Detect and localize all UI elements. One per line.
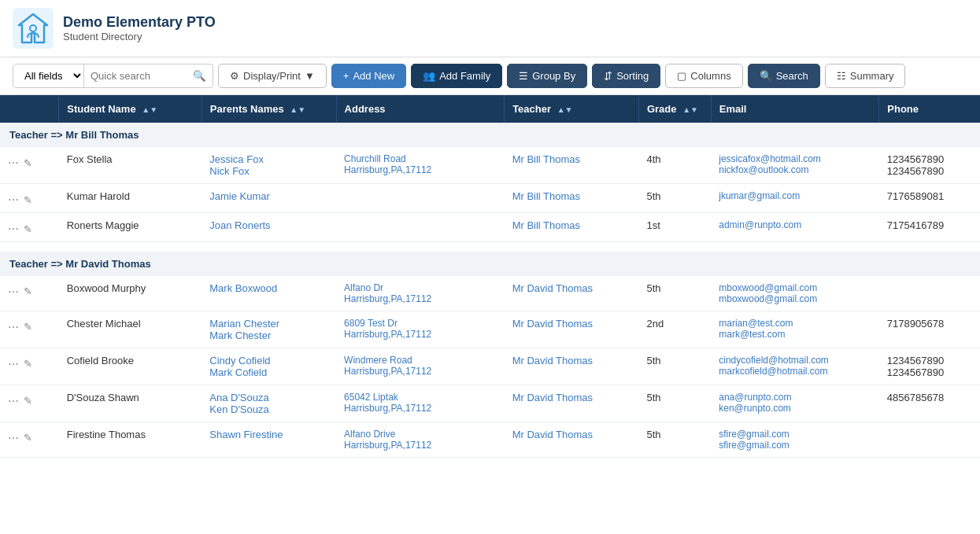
table-row: ⋯ ✎ Kumar HaroldJamie KumarMr Bill Thoma… <box>0 184 980 213</box>
summary-icon: ☷ <box>837 70 846 82</box>
more-actions-button[interactable]: ⋯ <box>8 358 19 370</box>
student-name: Fox Stella <box>67 153 113 165</box>
group-by-button[interactable]: ☰ Group By <box>507 64 587 88</box>
table-row: ⋯ ✎ Boxwood MurphyMark BoxwoodAlfano DrH… <box>0 276 980 311</box>
address-line2: Harrisburg,PA,17112 <box>344 164 497 175</box>
layers-icon: ☰ <box>519 70 528 82</box>
search-button[interactable]: 🔍 Search <box>748 64 820 88</box>
app-title-block: Demo Elementary PTO Student Directory <box>63 14 216 42</box>
more-actions-button[interactable]: ⋯ <box>8 285 19 298</box>
parents-cell: Mark Boxwood <box>202 276 336 311</box>
edit-button[interactable]: ✎ <box>24 285 32 297</box>
summary-button[interactable]: ☷ Summary <box>825 64 906 88</box>
action-cell: ⋯ ✎ <box>0 213 59 242</box>
email-cell: mboxwood@gmail.commboxwood@gmail.com <box>711 276 879 311</box>
more-actions-button[interactable]: ⋯ <box>8 193 19 206</box>
more-actions-button[interactable]: ⋯ <box>8 157 19 169</box>
email-value[interactable]: sfire@gmail.com <box>719 429 871 440</box>
email-value[interactable]: nickfox@outlook.com <box>719 164 871 175</box>
student-name: Chester Michael <box>67 318 141 330</box>
email-value[interactable]: ken@runpto.com <box>719 403 871 414</box>
email-value[interactable]: cindycofield@hotmail.com <box>719 355 871 366</box>
col-header-student[interactable]: Student Name ▲▼ <box>59 95 202 123</box>
more-actions-button[interactable]: ⋯ <box>8 321 19 333</box>
sorting-button[interactable]: ⇵ Sorting <box>592 64 660 88</box>
email-value[interactable]: markcofield@hotmail.com <box>719 366 871 377</box>
app-subtitle: Student Directory <box>63 31 216 42</box>
phone-value: 7175416789 <box>887 219 972 231</box>
edit-button[interactable]: ✎ <box>24 321 32 333</box>
plus-icon: + <box>343 70 349 82</box>
email-value[interactable]: sfire@gmail.com <box>719 440 871 451</box>
parents-cell: Jessica FoxNick Fox <box>202 147 336 184</box>
toolbar: All fields 🔍 ⚙ Display/Print ▼ + Add New… <box>0 57 980 95</box>
teacher-name: Mr David Thomas <box>512 429 593 440</box>
grade-value: 5th <box>646 429 660 440</box>
student-name-cell: Fox Stella <box>59 147 202 184</box>
sort-icon-parents: ▲▼ <box>290 105 305 114</box>
teacher-name: Mr Bill Thomas <box>512 190 580 202</box>
phone-cell <box>879 276 980 311</box>
address-line1: Windmere Road <box>344 355 497 366</box>
parent-name: Cindy Cofield <box>209 355 328 366</box>
student-name: Ronerts Maggie <box>67 219 139 231</box>
grade-value: 5th <box>646 355 660 366</box>
edit-button[interactable]: ✎ <box>24 157 32 169</box>
field-select[interactable]: All fields <box>13 64 84 87</box>
student-name-cell: Cofield Brooke <box>59 348 202 385</box>
address-line2: Harrisburg,PA,17112 <box>344 440 497 451</box>
email-value[interactable]: ana@runpto.com <box>719 392 871 403</box>
parents-cell: Jamie Kumar <box>202 184 336 213</box>
more-actions-button[interactable]: ⋯ <box>8 395 19 407</box>
edit-button[interactable]: ✎ <box>24 194 32 206</box>
group-spacer <box>0 457 980 466</box>
grade-value: 2nd <box>646 318 664 330</box>
edit-button[interactable]: ✎ <box>24 223 32 235</box>
teacher-name: Mr David Thomas <box>512 318 593 330</box>
col-header-phone[interactable]: Phone <box>879 95 980 123</box>
search-input[interactable] <box>84 65 187 87</box>
edit-button[interactable]: ✎ <box>24 432 32 444</box>
phone-value: 1234567890 <box>887 153 972 165</box>
columns-icon: ▢ <box>677 70 686 82</box>
search-icon-button[interactable]: 🔍 <box>187 65 213 87</box>
email-value[interactable]: mboxwood@gmail.com <box>719 293 871 304</box>
email-value[interactable]: mark@test.com <box>719 329 871 340</box>
col-header-actions <box>0 95 59 123</box>
email-value[interactable]: jkumar@gmail.com <box>719 190 871 201</box>
columns-button[interactable]: ▢ Columns <box>665 64 742 88</box>
phone-value: 1234567890 <box>887 366 972 378</box>
phone-value: 1234567890 <box>887 355 972 366</box>
col-header-grade[interactable]: Grade ▲▼ <box>638 95 711 123</box>
email-value[interactable]: marian@test.com <box>719 318 871 329</box>
edit-button[interactable]: ✎ <box>24 358 32 370</box>
grade-cell: 4th <box>638 147 711 184</box>
grade-cell: 5th <box>638 422 711 457</box>
col-header-teacher[interactable]: Teacher ▲▼ <box>505 95 639 123</box>
address-line1: 65042 Liptak <box>344 392 497 403</box>
action-cell: ⋯ ✎ <box>0 276 59 311</box>
more-actions-button[interactable]: ⋯ <box>8 223 19 235</box>
col-header-email[interactable]: Email <box>711 95 879 123</box>
sort-icon: ⇵ <box>604 70 612 82</box>
more-actions-button[interactable]: ⋯ <box>8 432 19 444</box>
add-new-button[interactable]: + Add New <box>331 64 406 88</box>
address-cell: Windmere RoadHarrisburg,PA,17112 <box>336 348 505 385</box>
email-value[interactable]: jessicafox@hotmail.com <box>719 153 871 164</box>
phone-cell <box>879 422 980 457</box>
teacher-name: Mr David Thomas <box>512 392 593 403</box>
teacher-name: Mr Bill Thomas <box>512 153 580 165</box>
table-row: ⋯ ✎ Fox StellaJessica FoxNick FoxChurchi… <box>0 147 980 184</box>
group-header-cell: Teacher => Mr Bill Thomas <box>0 123 980 147</box>
group-header-row: Teacher => Mr David Thomas <box>0 252 980 276</box>
display-print-button[interactable]: ⚙ Display/Print ▼ <box>218 64 327 88</box>
sort-icon-teacher: ▲▼ <box>557 105 573 114</box>
email-value[interactable]: admin@runpto.com <box>719 219 871 230</box>
add-family-button[interactable]: 👥 Add Family <box>411 64 502 88</box>
parents-cell: Joan Ronerts <box>202 213 336 242</box>
col-header-parents[interactable]: Parents Names ▲▼ <box>202 95 336 123</box>
toolbar-search-group: All fields 🔍 <box>13 64 213 88</box>
col-header-address[interactable]: Address <box>336 95 505 123</box>
email-value[interactable]: mboxwood@gmail.com <box>719 282 871 293</box>
edit-button[interactable]: ✎ <box>24 395 32 407</box>
